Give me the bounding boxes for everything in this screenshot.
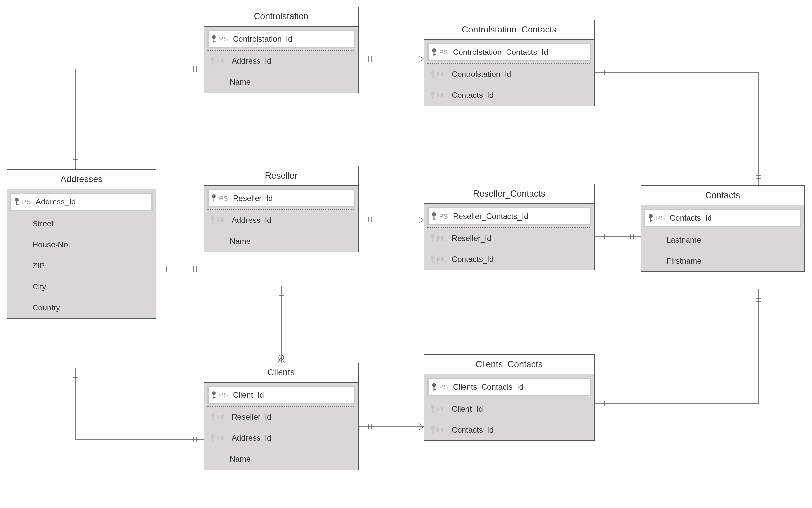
fk-row: FK Address_Id [204, 210, 358, 231]
pk-row: PS Controlstation_Contacts_Id [427, 43, 591, 61]
fk-name: Contacts_Id [452, 255, 494, 264]
pk-row: PS Controlstation_Id [207, 30, 355, 48]
entity-title: Clients [204, 363, 358, 383]
key-icon [209, 434, 216, 442]
fk-row: FK Contacts_Id [424, 249, 594, 270]
key-icon [431, 212, 437, 220]
field-name: House-No. [33, 240, 70, 249]
fk-row: FK Address_Id [204, 428, 358, 449]
entity-reseller-contacts: Reseller_Contacts PS Reseller_Contacts_I… [424, 184, 594, 270]
key-icon [210, 35, 217, 43]
ps-label: PS [219, 195, 228, 202]
pk-row: PS Address_Id [10, 193, 153, 211]
entity-reseller: Reseller PS Reseller_Id FK Address_Id Na… [204, 166, 359, 252]
field-name: Name [230, 455, 250, 464]
fk-name: Client_Id [452, 404, 483, 414]
fk-label: FK [436, 92, 447, 99]
ps-label: PS [656, 214, 665, 222]
field-row: Lastname [641, 229, 805, 250]
entity-clients-contacts: Clients_Contacts PS Clients_Contacts_Id … [424, 354, 594, 441]
key-icon [431, 48, 437, 56]
pk-name: Reseller_Contacts_Id [453, 212, 528, 221]
fk-label: FK [217, 57, 227, 65]
ps-label: PS [439, 213, 449, 220]
entity-controlstation: Controlstation PS Controlstation_Id FK A… [204, 7, 359, 93]
fk-label: FK [217, 414, 227, 421]
pk-name: Controlstation_Contacts_Id [453, 48, 548, 57]
field-name: City [33, 282, 46, 291]
field-row: Name [204, 449, 358, 470]
ps-label: PS [22, 198, 31, 206]
fk-row: FK Contacts_Id [424, 419, 594, 440]
pk-name: Contacts_Id [670, 213, 712, 222]
pk-name: Reseller_Id [233, 194, 273, 203]
pk-name: Client_Id [233, 390, 264, 400]
ps-label: PS [439, 49, 449, 56]
key-icon [429, 91, 436, 99]
entity-addresses: Addresses PS Address_Id Street House-No.… [7, 169, 156, 319]
field-row: Name [204, 72, 358, 92]
fk-row: FK Reseller_Id [204, 407, 358, 428]
key-icon [429, 70, 436, 78]
entity-title: Clients_Contacts [424, 355, 594, 374]
fk-label: FK [436, 235, 447, 242]
field-name: Country [33, 303, 60, 312]
fk-row: FK Client_Id [424, 398, 594, 419]
key-icon [429, 255, 436, 263]
pk-name: Controlstation_Id [233, 35, 292, 44]
entity-controlstation-contacts: Controlstation_Contacts PS Controlstatio… [424, 20, 594, 106]
key-icon [210, 194, 217, 203]
field-name: Firstname [666, 256, 702, 265]
key-icon [210, 391, 217, 399]
field-row: ZIP [7, 255, 156, 276]
field-name: Street [33, 219, 53, 228]
fk-label: FK [436, 71, 447, 78]
field-row: City [7, 276, 156, 297]
fk-label: FK [217, 217, 227, 224]
fk-label: FK [217, 434, 227, 442]
field-name: Name [230, 237, 250, 246]
ps-label: PS [439, 383, 449, 391]
fk-name: Reseller_Id [232, 413, 271, 422]
entity-clients: Clients PS Client_Id FK Reseller_Id FK A… [204, 363, 359, 470]
fk-name: Address_Id [232, 433, 271, 443]
svg-point-0 [278, 355, 284, 360]
pk-row: PS Clients_Contacts_Id [427, 378, 591, 396]
field-name: Lastname [666, 235, 701, 245]
pk-row: PS Reseller_Id [207, 189, 355, 207]
fk-name: Contacts_Id [452, 91, 494, 100]
pk-row: PS Contacts_Id [644, 209, 801, 227]
fk-row: FK Reseller_Id [424, 228, 594, 249]
fk-name: Address_Id [232, 216, 271, 225]
key-icon [429, 234, 436, 243]
field-name: Name [230, 78, 250, 87]
entity-title: Contacts [641, 186, 805, 205]
entity-contacts: Contacts PS Contacts_Id Lastname Firstna… [641, 185, 805, 272]
field-row: House-No. [7, 234, 156, 255]
key-icon [429, 405, 436, 413]
key-icon [648, 214, 654, 222]
pk-row: PS Reseller_Contacts_Id [427, 207, 591, 225]
fk-name: Reseller_Id [452, 234, 492, 243]
fk-name: Controlstation_Id [452, 70, 511, 79]
entity-title: Reseller [204, 166, 358, 186]
field-row: Street [7, 213, 156, 234]
ps-label: PS [219, 391, 228, 399]
key-icon [209, 413, 216, 421]
fk-label: FK [436, 405, 447, 413]
fk-label: FK [436, 256, 447, 263]
field-row: Country [7, 297, 156, 318]
fk-label: FK [436, 426, 447, 434]
fk-name: Contacts_Id [452, 425, 494, 434]
fk-name: Address_Id [232, 56, 271, 66]
ps-label: PS [219, 35, 228, 43]
fk-row: FK Contacts_Id [424, 85, 594, 106]
entity-title: Controlstation_Contacts [424, 20, 594, 40]
fk-row: FK Controlstation_Id [424, 64, 594, 85]
entity-title: Reseller_Contacts [424, 184, 594, 204]
entity-title: Controlstation [204, 7, 358, 27]
field-name: ZIP [33, 261, 45, 270]
field-row: Name [204, 231, 358, 252]
key-icon [13, 198, 20, 206]
field-row: Firstname [641, 250, 805, 271]
